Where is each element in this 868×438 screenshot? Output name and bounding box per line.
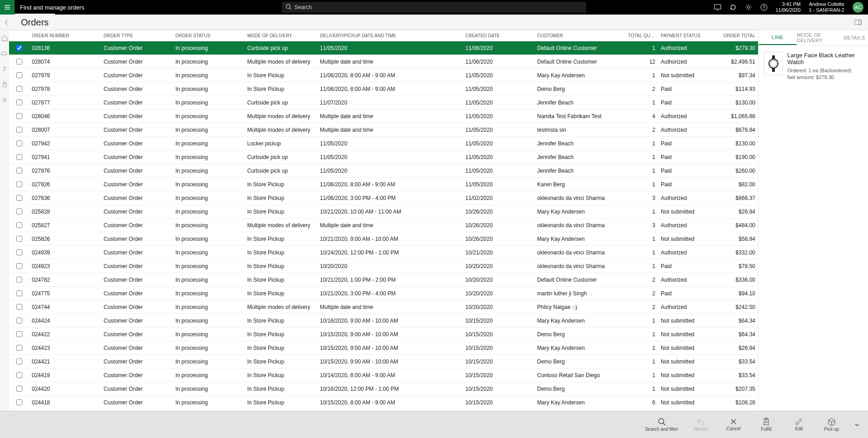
svg-point-0 [286,5,290,9]
row-checkbox[interactable] [16,113,22,119]
hamburger-menu-button[interactable] [0,0,15,15]
row-checkbox[interactable] [16,304,22,310]
row-checkbox[interactable] [16,100,22,105]
cell-order-status: In processing [173,236,244,242]
back-button[interactable] [4,19,15,25]
search-input[interactable] [282,2,586,13]
table-row[interactable]: 028046Customer OrderIn processingMultipl… [9,110,758,123]
row-checkbox[interactable] [16,345,22,351]
row-checkbox[interactable] [16,181,22,187]
col-created[interactable]: CREATED DATE [463,33,534,38]
row-checkbox[interactable] [16,72,22,78]
table-row[interactable]: 027942Customer OrderIn processingLocker … [9,137,758,150]
row-checkbox[interactable] [16,331,22,337]
row-checkbox[interactable] [16,195,22,201]
row-checkbox[interactable] [16,399,22,405]
cell-order-type: Customer Order [101,304,173,310]
tab-mode-of-delivery[interactable]: MODE OF DELIVERY [797,30,835,45]
row-checkbox[interactable] [16,386,22,392]
edit-button[interactable]: Edit [789,418,809,431]
cell-customer: Mary Kay Andersen [534,345,625,351]
table-row[interactable]: 024420Customer OrderIn processingIn Stor… [9,382,758,396]
table-row[interactable]: 027636Customer OrderIn processingIn Stor… [9,191,758,205]
table-row[interactable]: 024923Customer OrderIn processingIn Stor… [9,259,758,273]
table-row[interactable]: 024744Customer OrderIn processingMultipl… [9,300,758,314]
table-row[interactable]: 025827Customer OrderIn processingMultipl… [9,219,758,232]
table-row[interactable]: 025826Customer OrderIn processingIn Stor… [9,232,758,246]
rail-bag-icon[interactable] [0,80,9,89]
table-row[interactable]: 024422Customer OrderIn processingIn Stor… [9,328,758,341]
avatar[interactable]: AC [853,2,863,13]
rail-home-icon[interactable] [0,34,9,43]
cell-order-type: Customer Order [101,277,173,283]
row-checkbox[interactable] [16,222,22,228]
row-checkbox[interactable] [16,45,22,51]
row-checkbox[interactable] [16,318,22,324]
rail-collapse-icon[interactable] [0,65,9,74]
row-checkbox[interactable] [16,358,22,364]
col-time[interactable]: DELIVERY/PICKUP DATE AND TIME [317,33,463,38]
table-row[interactable]: 027979Customer OrderIn processingIn Stor… [9,69,758,82]
rail-cloud-icon[interactable] [0,49,9,58]
cancel-button[interactable]: Cancel [723,418,743,431]
col-total[interactable]: ORDER TOTAL [717,33,758,38]
settings-icon[interactable] [745,4,752,11]
row-checkbox[interactable] [16,140,22,146]
pickup-button[interactable]: Pick up [822,418,842,432]
table-row[interactable]: 024418Customer OrderIn processingIn Stor… [9,396,758,409]
rail-badge-icon[interactable]: 0 [0,95,9,105]
refresh-icon[interactable] [729,4,737,11]
table-row[interactable]: 027976Customer OrderIn processingCurbsid… [9,164,758,178]
row-checkbox[interactable] [16,168,22,174]
chevron-down-icon[interactable] [854,423,860,427]
col-order-type[interactable]: ORDER TYPE [101,33,173,38]
table-row[interactable]: 025828Customer OrderIn processingIn Stor… [9,205,758,219]
table-row[interactable]: 028074Customer OrderIn processingMultipl… [9,55,758,69]
table-row[interactable]: 024775Customer OrderIn processingIn Stor… [9,287,758,300]
table-row[interactable]: 027978Customer OrderIn processingIn Stor… [9,82,758,96]
cell-created: 10/26/2020 [463,222,534,229]
col-order-number[interactable]: ORDER NUMBER [29,33,101,38]
cell-order-number: 027977 [29,100,101,106]
expand-icon[interactable] [854,20,868,25]
table-row[interactable]: 024939Customer OrderIn processingIn Stor… [9,246,758,259]
cell-order-type: Customer Order [101,290,173,297]
table-row[interactable]: 027977Customer OrderIn processingCurbsid… [9,96,758,110]
col-qty[interactable]: TOTAL QUAN... [625,33,658,38]
table-row[interactable]: 024782Customer OrderIn processingIn Stor… [9,273,758,287]
table-row[interactable]: 028136Customer OrderIn processingCurbsid… [9,41,758,55]
search-filter-button[interactable]: Search and filter [645,418,678,432]
fulfill-button[interactable]: Fulfill [756,418,776,432]
table-row[interactable]: 024424Customer OrderIn processingIn Stor… [9,314,758,328]
table-row[interactable]: 024423Customer OrderIn processingIn Stor… [9,341,758,355]
help-icon[interactable]: ? [760,4,768,11]
tab-details[interactable]: DETAILS [835,30,868,45]
table-row[interactable]: 027926Customer OrderIn processingIn Stor… [9,178,758,191]
row-checkbox[interactable] [16,209,22,214]
tab-line[interactable]: LINE [758,30,797,45]
col-order-status[interactable]: ORDER STATUS [173,33,244,38]
cell-payment: Paid [658,181,717,188]
row-checkbox[interactable] [16,263,22,269]
row-checkbox[interactable] [16,127,22,133]
row-checkbox[interactable] [16,154,22,160]
table-row[interactable]: 024421Customer OrderIn processingIn Stor… [9,355,758,368]
col-pay[interactable]: PAYMENT STATUS [658,33,717,38]
screen-icon[interactable] [714,4,721,10]
col-mode[interactable]: MODE OF DELIVERY [244,33,317,38]
row-checkbox[interactable] [16,86,22,92]
col-customer[interactable]: CUSTOMER [534,33,625,38]
row-checkbox[interactable] [16,59,22,65]
row-checkbox[interactable] [16,290,22,296]
cell-qty: 1 [625,154,658,160]
row-checkbox[interactable] [16,236,22,242]
row-checkbox[interactable] [16,277,22,283]
row-checkbox[interactable] [16,249,22,255]
cell-qty: 1 [625,100,658,106]
table-row[interactable]: 027941Customer OrderIn processingCurbsid… [9,150,758,164]
table-row[interactable]: 024419Customer OrderIn processingIn Stor… [9,368,758,382]
table-row[interactable]: 028007Customer OrderIn processingMultipl… [9,123,758,137]
svg-rect-9 [772,55,775,59]
row-checkbox[interactable] [16,372,22,378]
cell-order-status: In processing [173,154,244,160]
